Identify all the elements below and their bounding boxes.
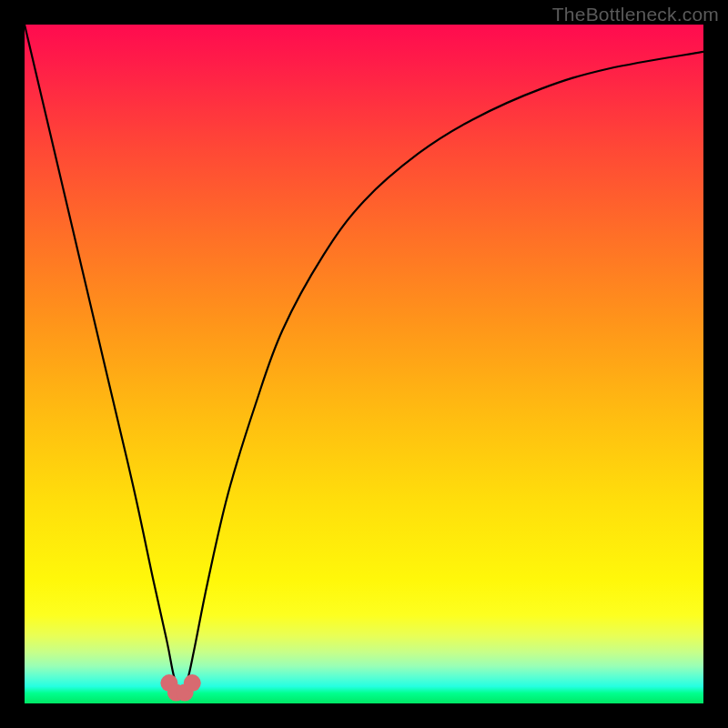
plot-area — [25, 25, 703, 703]
notch-markers — [160, 674, 200, 701]
curve-layer — [25, 25, 703, 703]
bottleneck-curve — [25, 25, 703, 693]
notch-marker — [184, 674, 201, 692]
watermark-text: TheBottleneck.com — [552, 4, 719, 25]
chart-frame: TheBottleneck.com — [0, 0, 728, 728]
